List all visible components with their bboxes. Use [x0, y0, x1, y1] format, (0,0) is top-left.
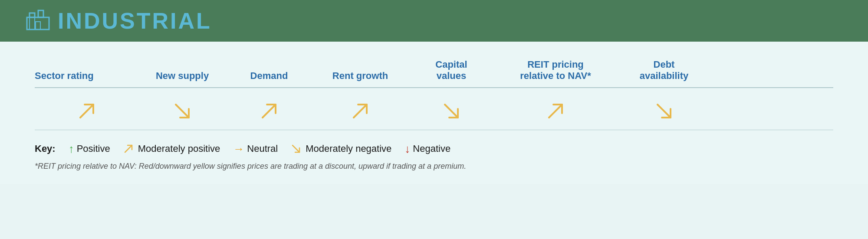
key-mod-negative-label: Moderately negative — [306, 143, 391, 154]
content-area: Sector rating New supply Demand Rent gro… — [0, 42, 868, 184]
col-header-rent-growth: Rent growth — [312, 70, 408, 82]
mod-positive-arrow-icon — [123, 144, 134, 154]
arrow-rent-growth — [312, 100, 408, 125]
column-headers-row: Sector rating New supply Demand Rent gro… — [35, 59, 833, 88]
key-negative-label: Negative — [413, 143, 450, 154]
arrow-debt-availability — [616, 100, 712, 125]
col-header-new-supply: New supply — [139, 70, 226, 82]
key-section: Key: ↑ Positive Moderately positive → Ne… — [35, 142, 833, 156]
page-header: INDUSTRIAL — [0, 0, 868, 42]
col-header-debt-availability: Debtavailability — [616, 59, 712, 82]
svg-line-10 — [445, 105, 458, 118]
col-header-sector-rating: Sector rating — [35, 70, 139, 82]
arrow-new-supply — [139, 100, 226, 125]
key-item-mod-negative: Moderately negative — [291, 143, 391, 154]
arrow-demand — [226, 100, 312, 125]
svg-line-12 — [658, 105, 671, 118]
svg-line-8 — [263, 105, 276, 118]
key-item-mod-positive: Moderately positive — [123, 143, 220, 154]
svg-line-13 — [125, 145, 132, 152]
key-item-positive: ↑ Positive — [69, 142, 110, 156]
neutral-arrow-icon: → — [233, 142, 244, 156]
key-item-neutral: → Neutral — [233, 142, 278, 156]
data-table: Sector rating New supply Demand Rent gro… — [35, 59, 833, 171]
svg-rect-2 — [38, 10, 43, 17]
footnote: *REIT pricing relative to NAV: Red/downw… — [35, 162, 833, 171]
arrow-sector-rating — [35, 100, 139, 125]
arrow-reit-pricing — [495, 100, 616, 125]
key-neutral-label: Neutral — [247, 143, 278, 154]
arrow-capital-values — [408, 100, 495, 125]
svg-line-6 — [80, 105, 93, 118]
key-positive-label: Positive — [77, 143, 110, 154]
svg-rect-0 — [27, 17, 49, 29]
svg-line-11 — [549, 105, 562, 118]
col-header-reit-pricing: REIT pricingrelative to NAV* — [495, 59, 616, 82]
svg-rect-5 — [36, 22, 40, 29]
positive-arrow-icon: ↑ — [69, 142, 74, 156]
industrial-building-icon — [26, 9, 50, 33]
svg-line-9 — [354, 105, 367, 118]
negative-arrow-icon: ↓ — [404, 142, 410, 156]
svg-line-14 — [293, 145, 299, 152]
mod-negative-arrow-icon — [291, 144, 301, 154]
key-item-negative: ↓ Negative — [404, 142, 450, 156]
arrows-row — [35, 96, 833, 130]
col-header-demand: Demand — [226, 70, 312, 82]
col-header-capital-values: Capitalvalues — [408, 59, 495, 82]
key-label: Key: — [35, 143, 56, 154]
key-mod-positive-label: Moderately positive — [138, 143, 220, 154]
svg-rect-1 — [30, 13, 35, 17]
svg-line-7 — [176, 105, 189, 118]
page-title: INDUSTRIAL — [58, 8, 212, 34]
